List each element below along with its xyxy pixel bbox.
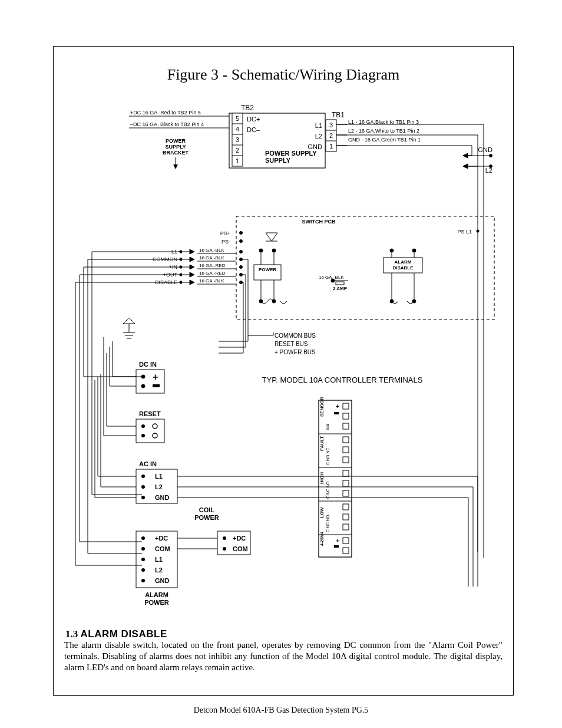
- svg-point-124: [141, 434, 145, 437]
- svg-text:COM: COM: [155, 545, 170, 552]
- svg-rect-170: [343, 524, 349, 530]
- svg-point-77: [240, 240, 243, 243]
- svg-text:2 AMP: 2 AMP: [333, 286, 348, 291]
- svg-text:+DC: +DC: [155, 535, 168, 542]
- power-supply-label: POWER SUPPLYSUPPLY: [265, 150, 317, 164]
- svg-text:MA: MA: [326, 423, 330, 430]
- svg-text:16 GA.-RED: 16 GA.-RED: [199, 271, 226, 276]
- svg-text:C  NC NO: C NC NO: [326, 481, 330, 499]
- svg-rect-172: [343, 548, 349, 554]
- svg-text:GND: GND: [155, 577, 170, 584]
- svg-text:L2: L2: [155, 483, 163, 490]
- svg-text:ALARM: ALARM: [395, 259, 412, 265]
- svg-point-123: [141, 424, 145, 428]
- svg-text:LOW: LOW: [319, 507, 325, 518]
- svg-text:1: 1: [329, 143, 333, 150]
- schematic-svg: Figure 3 - Schematic/Wiring Diagram POWE…: [54, 47, 513, 695]
- svg-marker-61: [190, 272, 194, 277]
- svg-marker-58: [190, 265, 194, 269]
- svg-rect-162: [343, 437, 349, 443]
- svg-text:1: 1: [236, 157, 239, 164]
- svg-point-42: [477, 230, 480, 233]
- svg-text:TYP. MODEL 10A CONTROLLER TERM: TYP. MODEL 10A CONTROLLER TERMINALS: [262, 375, 423, 384]
- svg-text:L2: L2: [315, 133, 322, 140]
- svg-point-86: [272, 249, 276, 252]
- figure-title: Figure 3 - Schematic/Wiring Diagram: [167, 66, 400, 83]
- svg-text:L2: L2: [485, 167, 492, 174]
- svg-text:GND: GND: [155, 494, 170, 501]
- svg-text:L2 - 16 GA.White to TB1 Pin 2: L2 - 16 GA.White to TB1 Pin 2: [348, 128, 419, 134]
- svg-text:+DC: +DC: [233, 535, 246, 542]
- svg-rect-159: [343, 403, 349, 409]
- page-footer: Detcon Model 610A-FB Gas Detection Syste…: [0, 706, 562, 715]
- svg-marker-55: [190, 257, 194, 262]
- svg-text:5: 5: [236, 115, 239, 122]
- svg-point-36: [490, 154, 492, 157]
- svg-text:RESET: RESET: [139, 410, 161, 417]
- svg-text:L1: L1: [315, 122, 322, 129]
- svg-text:GND: GND: [308, 143, 323, 150]
- svg-text:COILPOWER: COILPOWER: [194, 506, 219, 521]
- earth-icon: [123, 318, 135, 338]
- left-arrows: [180, 249, 194, 285]
- svg-point-96: [390, 249, 394, 252]
- svg-text:COMMON BUS: COMMON BUS: [275, 332, 316, 339]
- svg-text:PS+: PS+: [220, 230, 230, 236]
- svg-text:16 GA.-BLK: 16 GA.-BLK: [199, 255, 224, 261]
- svg-rect-105: [336, 282, 344, 285]
- svg-text:SWITCH PCB: SWITCH PCB: [302, 219, 336, 225]
- svg-point-117: [141, 375, 145, 378]
- svg-rect-165: [343, 470, 349, 476]
- wire-gauges: 16 GA.-BLK 16 GA.-BLK 16 GA.-RED 16 GA.-…: [199, 248, 344, 284]
- svg-rect-166: [343, 480, 349, 486]
- svg-point-143: [141, 558, 145, 561]
- section-heading: 1.3 ALARM DISABLE: [65, 628, 167, 640]
- dc-plus: DC+: [247, 116, 260, 123]
- svg-rect-164: [343, 457, 349, 463]
- svg-point-76: [240, 232, 243, 235]
- svg-rect-120: [153, 384, 160, 387]
- svg-point-150: [223, 547, 226, 551]
- svg-point-97: [412, 249, 416, 252]
- svg-rect-116: [136, 370, 164, 393]
- svg-text:ALARMPOWER: ALARMPOWER: [144, 591, 169, 606]
- svg-rect-167: [343, 490, 349, 496]
- svg-rect-163: [343, 447, 349, 453]
- svg-text:+ POWER BUS: + POWER BUS: [275, 349, 316, 355]
- section-body: The alarm disable switch, located on the…: [64, 640, 503, 674]
- svg-text:16 GA.-BLK: 16 GA.-BLK: [199, 248, 224, 253]
- svg-point-145: [141, 579, 145, 582]
- svg-point-39: [490, 165, 492, 168]
- svg-point-78: [240, 251, 243, 253]
- svg-text:GND: GND: [478, 146, 493, 153]
- svg-text:SENSOR: SENSOR: [319, 397, 325, 417]
- svg-point-144: [141, 568, 145, 572]
- svg-text:+: +: [336, 403, 339, 410]
- svg-point-133: [141, 485, 145, 489]
- svg-rect-171: [343, 538, 349, 543]
- svg-rect-175: [334, 545, 339, 548]
- svg-text:2: 2: [236, 147, 239, 154]
- svg-point-142: [141, 547, 145, 551]
- svg-text:PS L1: PS L1: [457, 229, 472, 235]
- svg-text:C  NC NO: C NC NO: [326, 515, 330, 532]
- svg-text:POWERSUPPLYBRACKET: POWERSUPPLYBRACKET: [163, 138, 189, 156]
- svg-text:3: 3: [236, 136, 239, 143]
- svg-point-134: [141, 496, 145, 499]
- svg-text:2: 2: [329, 132, 333, 139]
- svg-rect-160: [343, 413, 349, 419]
- svg-point-80: [240, 266, 243, 269]
- svg-text:POWER: POWER: [259, 267, 276, 272]
- svg-text:GND - 16 GA.Green TB1 Pin 1: GND - 16 GA.Green TB1 Pin 1: [348, 137, 421, 143]
- svg-point-149: [223, 536, 226, 540]
- tb1-pins: 3 2 1: [326, 120, 336, 151]
- svg-rect-161: [343, 423, 349, 429]
- svg-point-141: [141, 536, 145, 540]
- svg-text:4: 4: [236, 126, 239, 133]
- controller-terminals: + + SENSOR MA FAULT C NO NC HIGH C NC NO…: [319, 397, 352, 557]
- svg-text:RESET BUS: RESET BUS: [275, 341, 308, 347]
- tb2-pins: 5 4 3 2 1: [232, 113, 243, 166]
- svg-text:16 GA.-BLK: 16 GA.-BLK: [199, 278, 224, 284]
- svg-marker-52: [190, 249, 194, 254]
- svg-text:+: +: [336, 538, 339, 544]
